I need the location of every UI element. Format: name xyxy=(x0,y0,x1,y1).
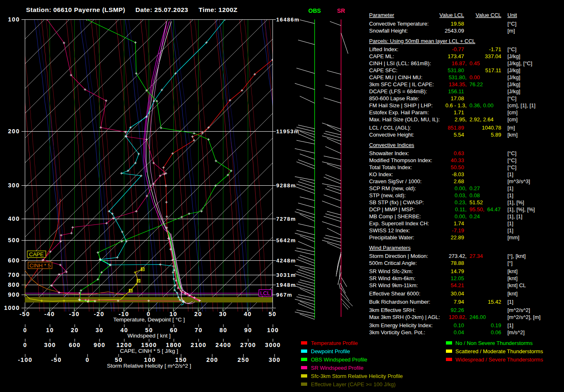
svg-text:1040.78: 1040.78 xyxy=(482,125,501,131)
svg-text:-30: -30 xyxy=(69,311,79,317)
svg-text:Temperature Profile: Temperature Profile xyxy=(311,340,358,346)
svg-text:0.00: 0.00 xyxy=(483,102,493,109)
svg-text:22.89: 22.89 xyxy=(450,234,464,241)
svg-text:Exp. Supercell Index CH:: Exp. Supercell Index CH: xyxy=(369,220,429,227)
svg-text:14.79: 14.79 xyxy=(450,268,464,274)
svg-text:100: 100 xyxy=(144,357,156,363)
svg-text:800: 800 xyxy=(8,281,20,288)
svg-text:[1]: [1] xyxy=(507,227,513,234)
svg-text:3km SFC CAPE | IL CAPE:: 3km SFC CAPE | IL CAPE: xyxy=(369,81,434,87)
svg-text:SR Wind 9km-11km:: SR Wind 9km-11km: xyxy=(369,282,418,288)
svg-text:54.21: 54.21 xyxy=(450,282,464,288)
svg-text:[mm]: [mm] xyxy=(507,234,519,241)
svg-text:Parcels: Using 50mB mean layer: Parcels: Using 50mB mean layer LCL + CCL xyxy=(369,38,475,44)
svg-text:Convective Indices: Convective Indices xyxy=(369,142,415,148)
svg-text:0.00: 0.00 xyxy=(469,74,480,80)
svg-text:27.34: 27.34 xyxy=(469,253,483,259)
svg-text:50.50: 50.50 xyxy=(450,164,464,170)
svg-text:SR Wind 4km-6km:: SR Wind 4km-6km: xyxy=(369,275,415,281)
svg-text:Wind Parameters: Wind Parameters xyxy=(369,245,411,251)
svg-text:SR Wind Sfc-2km:: SR Wind Sfc-2km: xyxy=(369,268,413,274)
svg-text:[°], [knt]: [°], [knt] xyxy=(507,253,526,259)
svg-text:0.36,: 0.36, xyxy=(469,102,481,109)
svg-text:500: 500 xyxy=(8,237,20,243)
svg-text:Bulk Richardson Number:: Bulk Richardson Number: xyxy=(369,299,430,305)
svg-text:Convective Height:: Convective Height: xyxy=(369,132,414,138)
svg-text:4248m: 4248m xyxy=(276,257,296,264)
svg-text:30: 30 xyxy=(95,327,103,333)
svg-text:12.05: 12.05 xyxy=(450,275,464,281)
svg-text:273.42,: 273.42, xyxy=(449,253,467,259)
svg-text:173.47: 173.47 xyxy=(448,53,464,59)
svg-text:DCAPE (LFS = 684mB):: DCAPE (LFS = 684mB): xyxy=(369,88,427,94)
svg-text:Time: 1200Z: Time: 1200Z xyxy=(199,6,237,13)
svg-text:Effective Layer (CAPE >= 100 J: Effective Layer (CAPE >= 100 J/kg) xyxy=(311,381,396,387)
svg-text:[cm]: [cm] xyxy=(507,116,518,123)
svg-text:[°C]: [°C] xyxy=(507,157,517,163)
svg-text:95.50,: 95.50, xyxy=(469,206,484,213)
svg-text:5.54: 5.54 xyxy=(454,132,464,138)
svg-text:2100: 2100 xyxy=(191,342,206,348)
svg-text:0.27: 0.27 xyxy=(469,185,480,191)
svg-text:FM Hail Size | SHIP | LHP:: FM Hail Size | SHIP | LHP: xyxy=(369,102,433,109)
svg-text:1948m: 1948m xyxy=(276,282,296,288)
svg-text:-1.71: -1.71 xyxy=(489,46,501,52)
svg-text:2: 2 xyxy=(137,279,140,283)
svg-text:[1]: [1] xyxy=(507,299,513,305)
svg-text:2.68: 2.68 xyxy=(454,178,464,184)
svg-text:17.08: 17.08 xyxy=(450,95,464,102)
svg-text:78.88: 78.88 xyxy=(450,260,464,266)
svg-text:7278m: 7278m xyxy=(276,216,296,222)
svg-text:-20: -20 xyxy=(94,311,104,317)
svg-text:600: 600 xyxy=(69,342,81,348)
svg-text:3km Energy Helicity Index:: 3km Energy Helicity Index: xyxy=(369,322,433,328)
svg-text:300: 300 xyxy=(269,357,281,363)
svg-text:19.58: 19.58 xyxy=(450,21,464,27)
svg-text:0.10: 0.10 xyxy=(454,322,464,328)
svg-text:200: 200 xyxy=(8,128,20,135)
svg-text:51.52: 51.52 xyxy=(469,199,483,205)
svg-text:16486m: 16486m xyxy=(276,17,300,23)
svg-text:700: 700 xyxy=(8,272,20,278)
svg-text:STP (new, old):: STP (new, old): xyxy=(369,192,406,198)
svg-text:5.89: 5.89 xyxy=(491,132,501,138)
svg-text:[m]: [m] xyxy=(507,28,515,34)
svg-text:Total Totals Index:: Total Totals Index: xyxy=(369,164,412,170)
svg-text:50: 50 xyxy=(115,357,123,363)
svg-text:3: 3 xyxy=(142,267,144,272)
svg-text:1: 1 xyxy=(130,289,132,293)
svg-text:[knt]: [knt] xyxy=(507,268,518,274)
svg-text:3000: 3000 xyxy=(265,342,281,348)
svg-text:0.04: 0.04 xyxy=(454,329,464,335)
svg-text:Windspeed [ knt ]: Windspeed [ knt ] xyxy=(128,333,171,339)
svg-text:337.04: 337.04 xyxy=(485,53,501,59)
svg-text:2700: 2700 xyxy=(240,342,256,348)
svg-text:[°C]: [°C] xyxy=(507,46,517,52)
svg-text:2.92,: 2.92, xyxy=(469,116,481,123)
svg-text:0.23,: 0.23, xyxy=(455,199,467,205)
svg-text:246.00: 246.00 xyxy=(469,314,486,320)
svg-text:-40: -40 xyxy=(44,311,55,317)
svg-text:0.00,: 0.00, xyxy=(455,185,467,191)
svg-text:Showalter Index:: Showalter Index: xyxy=(369,150,409,156)
svg-text:[1]: [1] xyxy=(507,171,513,177)
svg-text:2400: 2400 xyxy=(216,342,231,348)
svg-text:851.89: 851.89 xyxy=(448,125,464,131)
svg-text:200: 200 xyxy=(206,357,218,363)
svg-text:[cm]: [cm] xyxy=(507,109,518,116)
svg-text:[1]: [1] xyxy=(507,220,513,227)
svg-text:SR: SR xyxy=(337,7,345,14)
svg-text:-0.77: -0.77 xyxy=(452,46,464,52)
svg-text:3031m: 3031m xyxy=(276,272,296,278)
svg-text:0.08: 0.08 xyxy=(469,192,480,198)
svg-text:SWISS 12 Index:: SWISS 12 Index: xyxy=(369,227,410,234)
svg-text:CAPE MU | CINH MU:: CAPE MU | CINH MU: xyxy=(369,74,422,80)
svg-text:CINH * 5: CINH * 5 xyxy=(29,262,50,269)
svg-text:Parameter: Parameter xyxy=(369,12,394,18)
svg-text:120.82,: 120.82, xyxy=(449,314,467,320)
svg-text:1.71: 1.71 xyxy=(454,109,464,116)
svg-text:2.95,: 2.95, xyxy=(455,116,467,123)
svg-text:[J/kg], [°C]: [J/kg], [°C] xyxy=(507,60,532,66)
svg-text:850-600 Lapse Rate:: 850-600 Lapse Rate: xyxy=(369,95,419,102)
svg-text:2543.09: 2543.09 xyxy=(445,28,464,34)
